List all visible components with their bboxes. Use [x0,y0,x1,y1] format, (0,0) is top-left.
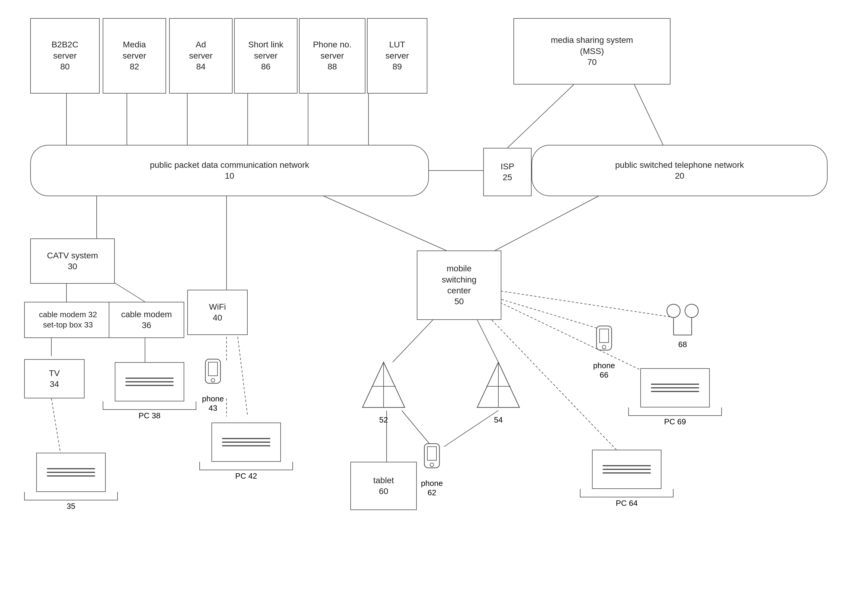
pstn-label: public switched telephone network 20 [615,160,744,182]
phone-no-server-label: Phone no. server 88 [313,39,351,72]
tv-34-label: TV 34 [49,368,60,390]
short-link-server-box: Short link server 86 [234,18,298,94]
tablet-60-box: tablet 60 [350,462,417,510]
pc-69-label: PC 69 [664,417,686,426]
ad-server-box: Ad server 84 [169,18,233,94]
lut-server-label: LUT server 89 [385,39,409,72]
phone-68-label: 68 [665,340,701,349]
mss-box: media sharing system (MSS) 70 [514,18,671,85]
tower-54: 54 [474,359,523,425]
laptop-35-label: 35 [67,501,76,511]
catv-label: CATV system 30 [47,250,98,272]
media-server-box: Media server 82 [103,18,166,94]
phone-62: phone62 [417,441,447,497]
pc-69: PC 69 [628,368,722,426]
mss-label: media sharing system (MSS) 70 [551,35,633,68]
cable-modem-36-label: cable modem 36 [121,309,172,331]
svg-point-47 [685,304,698,317]
tower-52-label: 52 [359,415,408,425]
diagram-container: B2B2C server 80 Media server 82 Ad serve… [0,0,862,616]
cable-modem-36-box: cable modem 36 [109,302,184,338]
svg-line-13 [489,193,604,253]
isp-box: ISP 25 [483,148,531,196]
pc-64: PC 64 [580,450,673,508]
pc-38: PC 38 [103,362,196,420]
msc-box: mobile switching center 50 [417,250,501,320]
pstn-pill: public switched telephone network 20 [531,145,827,196]
svg-line-24 [492,290,671,317]
tablet-60-label: tablet 60 [373,475,394,497]
tower-54-label: 54 [474,415,523,425]
msc-label: mobile switching center 50 [441,263,476,307]
phone-43: phone43 [198,356,228,413]
pc-38-label: PC 38 [139,411,161,420]
pc-42-label: PC 42 [235,471,257,481]
phone-62-label: phone62 [417,479,447,497]
ppdn-label: public packet data communication network… [150,160,309,182]
wifi-label: WiFi 40 [209,302,226,324]
short-link-server-label: Short link server 86 [248,39,284,72]
media-server-label: Media server 82 [123,39,146,72]
svg-line-6 [507,85,574,148]
b2b2c-server-box: B2B2C server 80 [30,18,100,94]
tv-34-box: TV 34 [24,359,85,398]
isp-label: ISP 25 [501,161,514,183]
tower-52: 52 [359,359,408,425]
b2b2c-server-label: B2B2C server 80 [52,39,79,72]
svg-rect-31 [205,359,221,383]
svg-rect-40 [424,444,440,468]
phone-66-label: phone66 [589,361,619,380]
svg-line-12 [317,193,453,253]
svg-line-17 [51,398,60,453]
svg-rect-43 [597,326,611,350]
phone-68: 68 [665,302,701,349]
pc-64-label: PC 64 [616,498,638,508]
svg-line-7 [634,85,665,148]
catv-box: CATV system 30 [30,239,115,284]
laptop-35: 35 [24,453,118,511]
ad-server-label: Ad server 84 [189,39,213,72]
cable-modem-32-label: cable modem 32 set-top box 33 [39,310,97,330]
phone-43-label: phone43 [198,394,228,413]
ppdn-pill: public packet data communication network… [30,145,429,196]
svg-point-46 [667,304,680,317]
lut-server-box: LUT server 89 [367,18,427,94]
pc-42: PC 42 [199,423,293,481]
phone-no-server-box: Phone no. server 88 [299,18,366,94]
cable-modem-32-box: cable modem 32 set-top box 33 [24,302,112,338]
wifi-box: WiFi 40 [187,290,247,335]
phone-66: phone66 [589,323,619,380]
